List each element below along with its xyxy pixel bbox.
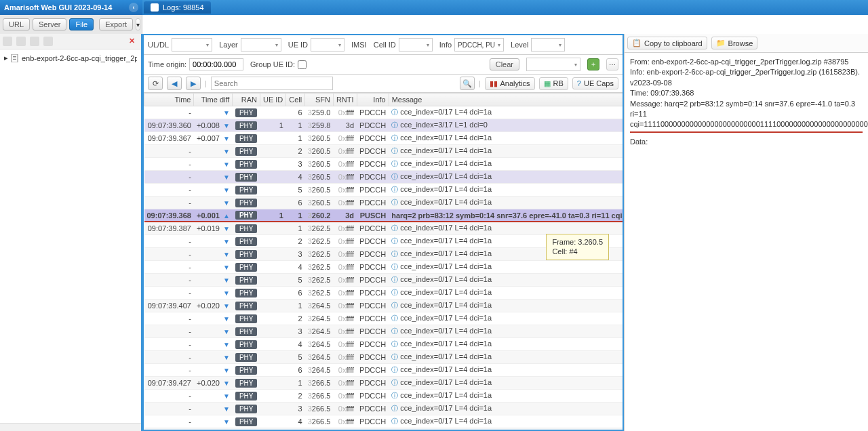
table-row[interactable]: - ▼PHY33260.50xffffPDCCHⓘcce_index=0/17 …: [144, 158, 623, 171]
time-icon[interactable]: [16, 37, 26, 46]
link-icon[interactable]: [43, 37, 53, 46]
reload-icon[interactable]: ⟳: [148, 77, 163, 90]
table-row[interactable]: - ▼PHY53260.50xffffPDCCHⓘcce_index=0/17 …: [144, 184, 623, 197]
sidebar-scrollbar[interactable]: [0, 423, 141, 431]
table-row[interactable]: - ▼PHY63262.50xffffPDCCHⓘcce_index=0/17 …: [144, 287, 623, 300]
folder-icon: 📁: [716, 39, 726, 47]
expand-icon[interactable]: ▸: [4, 54, 8, 62]
tree-item[interactable]: ▸ enb-export-2-6cc-ap-cqi_trigger_2perTr…: [4, 52, 137, 64]
copy-icon: 📋: [632, 39, 642, 47]
table-row[interactable]: - ▼PHY33266.50xffffPDCCHⓘcce_index=0/17 …: [144, 403, 623, 415]
sidebar: ✕ ▸ enb-export-2-6cc-ap-cqi_trigger_2per…: [0, 34, 142, 431]
detail-msg1: Message: harq=2 prb=83:12 symb=0:14 snr=…: [630, 99, 863, 120]
close-icon[interactable]: ✕: [129, 37, 138, 46]
chart-icon: ▮▮: [490, 79, 498, 88]
column-header[interactable]: Time diff: [194, 94, 233, 106]
uldl-select[interactable]: [172, 38, 212, 52]
detail-from: From: enb-export-2-6cc-ap-cqi_trigger_2p…: [630, 57, 863, 67]
table-row[interactable]: - ▼PHY23260.50xffffPDCCHⓘcce_index=0/17 …: [144, 145, 623, 158]
sidebar-collapse-icon[interactable]: ‹: [129, 3, 138, 12]
prev-icon[interactable]: ◀: [167, 77, 182, 90]
app-title: Amarisoft Web GUI 2023-09-14: [4, 3, 112, 12]
table-row[interactable]: - ▼PHY33264.50xffffPDCCHⓘcce_index=0/17 …: [144, 325, 623, 338]
separator2: |: [479, 79, 481, 87]
find-icon[interactable]: 🔍: [460, 77, 475, 90]
table-row[interactable]: - ▼PHY23266.50xffffPDCCHⓘcce_index=0/17 …: [144, 390, 623, 403]
svg-rect-2: [13, 58, 16, 58]
filter-icon[interactable]: [30, 37, 39, 46]
info-select-value: PDCCH, PU: [458, 41, 495, 49]
logs-icon: [151, 3, 159, 12]
layer-label: Layer: [219, 41, 238, 49]
table-row[interactable]: - ▼PHY53262.50xffffPDCCHⓘcce_index=0/17 …: [144, 274, 623, 287]
group-ueid-label: Group UE ID:: [250, 60, 295, 68]
clear-button[interactable]: Clear: [490, 58, 519, 70]
column-header[interactable]: RAN: [233, 94, 260, 106]
column-header[interactable]: Info: [357, 94, 389, 106]
column-header[interactable]: Message: [389, 94, 623, 106]
log-table-wrap[interactable]: TimeTime diffRANUE IDCellSFNRNTIInfoMess…: [144, 93, 623, 430]
table-row[interactable]: - ▼PHY63259.00xffffPDCCHⓘcce_index=0/17 …: [144, 106, 623, 119]
clear-select[interactable]: [526, 58, 580, 71]
column-header[interactable]: UE ID: [260, 94, 285, 106]
column-header[interactable]: Cell: [286, 94, 305, 106]
export-menu-icon[interactable]: ▾: [136, 18, 140, 30]
log-table: TimeTime diffRANUE IDCellSFNRNTIInfoMess…: [144, 93, 623, 430]
detail-msg2: cqi=111100000000000000000000000011110000…: [630, 119, 863, 132]
table-row[interactable]: - ▼PHY43260.50xffffPDCCHⓘcce_index=0/17 …: [144, 171, 623, 184]
table-row[interactable]: - ▼PHY33262.50xffffPDCCHⓘcce_index=0/17 …: [144, 248, 623, 261]
layer-select[interactable]: [241, 38, 281, 52]
time-origin-label: Time origin:: [148, 60, 186, 68]
table-row[interactable]: - ▼PHY43262.50xffffPDCCHⓘcce_index=0/17 …: [144, 261, 623, 274]
table-row[interactable]: 09:07:39.407+0.020 ▼PHY13264.50xffffPDCC…: [144, 300, 623, 312]
copy-button[interactable]: 📋Copy to clipboard: [627, 37, 707, 49]
column-header[interactable]: Time: [144, 94, 194, 106]
table-row[interactable]: 09:07:39.387+0.019 ▼PHY13262.50xffffPDCC…: [144, 222, 623, 235]
column-header[interactable]: SFN: [305, 94, 334, 106]
table-row[interactable]: - ▼PHY53264.50xffffPDCCHⓘcce_index=0/17 …: [144, 351, 623, 364]
table-row[interactable]: - ▼PHY23264.50xffffPDCCHⓘcce_index=0/17 …: [144, 312, 623, 325]
table-row[interactable]: 09:07:39.360+0.008 ▼PHY113259.83dPDCCHⓘc…: [144, 119, 623, 132]
add-icon[interactable]: ＋: [587, 58, 599, 70]
extra-icon[interactable]: ⋯: [606, 58, 618, 70]
table-row[interactable]: - ▼PHY43266.50xffffPDCCHⓘcce_index=0/17 …: [144, 415, 623, 428]
file-button[interactable]: File: [69, 18, 94, 30]
server-button[interactable]: Server: [33, 18, 66, 30]
table-row[interactable]: - ▼PHY43264.50xffffPDCCHⓘcce_index=0/17 …: [144, 338, 623, 351]
imsi-label: IMSI: [351, 41, 367, 49]
separator: |: [205, 79, 207, 87]
refresh-icon[interactable]: [3, 37, 12, 46]
detail-time: Time: 09:07:39.368: [630, 88, 863, 98]
export-button[interactable]: Export: [99, 18, 133, 30]
ueid-select[interactable]: [311, 38, 344, 52]
table-row[interactable]: - ▼PHY63264.50xffffPDCCHⓘcce_index=0/17 …: [144, 364, 623, 377]
group-ueid-checkbox[interactable]: [298, 60, 307, 69]
search-input[interactable]: [211, 77, 333, 90]
document-icon: [11, 54, 19, 62]
info-select[interactable]: PDCCH, PU: [454, 38, 504, 52]
help-icon: ?: [577, 79, 581, 87]
ueid-label: UE ID: [288, 41, 308, 49]
rb-button[interactable]: ▦RB: [539, 77, 568, 90]
table-row[interactable]: 09:07:39.427+0.020 ▼PHY13266.50xffffPDCC…: [144, 377, 623, 390]
svg-rect-3: [13, 59, 16, 60]
tab-logs[interactable]: Logs: 98854: [144, 1, 211, 14]
tree-item-label: enb-export-2-6cc-ap-cqi_trigger_2perTrig…: [22, 54, 137, 62]
next-icon[interactable]: ▶: [186, 77, 201, 90]
grid-icon: ▦: [544, 79, 551, 88]
time-origin-input[interactable]: [189, 58, 243, 70]
table-row[interactable]: - ▼PHY23262.50xffffPDCCHⓘcce_index=0/17 …: [144, 235, 623, 248]
svg-rect-1: [13, 56, 16, 57]
table-row[interactable]: 09:07:39.368+0.001 ▲PHY113260.23dPUSCHha…: [144, 209, 623, 222]
uecaps-button[interactable]: ?UE Caps: [572, 77, 618, 89]
table-row[interactable]: 09:07:39.367+0.007 ▼PHY13260.50xffffPDCC…: [144, 132, 623, 145]
table-row[interactable]: - ▼PHY53266.50xffffPDCCHⓘcce_index=0/17 …: [144, 428, 623, 430]
level-select[interactable]: [531, 38, 565, 52]
browse-button[interactable]: 📁Browse: [711, 37, 758, 49]
analytics-button[interactable]: ▮▮Analytics: [485, 77, 535, 90]
url-button[interactable]: URL: [3, 18, 30, 30]
sidebar-toolbar: ✕: [0, 34, 141, 49]
cellid-select[interactable]: [399, 38, 433, 52]
column-header[interactable]: RNTI: [333, 94, 357, 106]
table-row[interactable]: - ▼PHY63260.50xffffPDCCHⓘcce_index=0/17 …: [144, 197, 623, 209]
